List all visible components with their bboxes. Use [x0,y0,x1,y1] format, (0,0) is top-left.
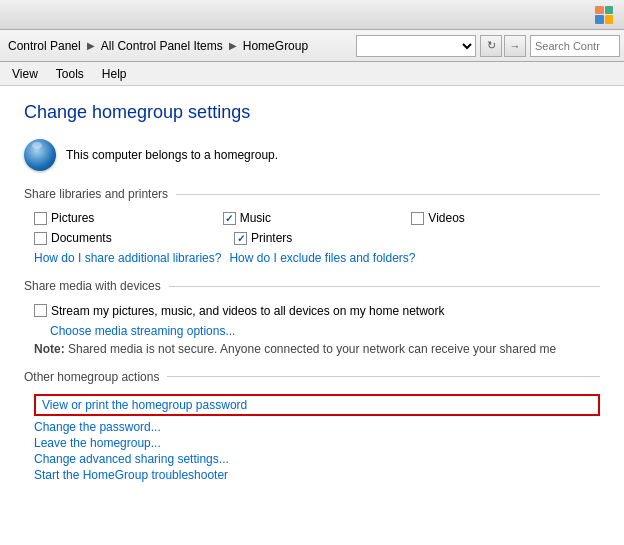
section-share-libraries: Share libraries and printers [24,187,600,201]
checkboxes-row-1: Pictures Music Videos [24,211,600,225]
stream-text: Stream my pictures, music, and videos to… [51,303,445,320]
checkbox-documents: Documents [34,231,234,245]
title-bar [0,0,624,30]
pictures-label: Pictures [51,211,94,225]
go-button[interactable]: → [504,35,526,57]
checkbox-music: Music [223,211,412,225]
videos-label: Videos [428,211,464,225]
printers-label: Printers [251,231,292,245]
stream-checkbox-row: Stream my pictures, music, and videos to… [24,303,600,320]
breadcrumb-arrow-2: ▶ [227,40,239,51]
page-title: Change homegroup settings [24,102,600,123]
main-content: Change homegroup settings This computer … [0,86,624,545]
documents-label: Documents [51,231,112,245]
media-streaming-link[interactable]: Choose media streaming options... [50,324,235,338]
actions-list: View or print the homegroup password Cha… [24,394,600,482]
menu-help[interactable]: Help [94,65,135,83]
checkbox-pictures: Pictures [34,211,223,225]
search-input[interactable] [530,35,620,57]
refresh-button[interactable]: ↻ [480,35,502,57]
note-text: Note: Shared media is not secure. Anyone… [24,342,600,356]
music-checkbox[interactable] [223,212,236,225]
section-share-media-label: Share media with devices [24,279,169,293]
action-view-password[interactable]: View or print the homegroup password [42,398,247,412]
section-other-actions-label: Other homegroup actions [24,370,167,384]
menu-view[interactable]: View [4,65,46,83]
action-view-password-container: View or print the homegroup password [34,394,600,416]
section-share-libraries-label: Share libraries and printers [24,187,176,201]
documents-checkbox[interactable] [34,232,47,245]
note-content: Shared media is not secure. Anyone conne… [68,342,556,356]
music-label: Music [240,211,271,225]
action-advanced-sharing[interactable]: Change advanced sharing settings... [34,452,600,466]
link-exclude-files[interactable]: How do I exclude files and folders? [229,251,415,265]
links-row: How do I share additional libraries? How… [24,251,600,265]
menu-tools[interactable]: Tools [48,65,92,83]
printers-checkbox[interactable] [234,232,247,245]
breadcrumb-all-items[interactable]: All Control Panel Items [97,37,227,55]
menu-bar: View Tools Help [0,62,624,86]
link-share-libraries[interactable]: How do I share additional libraries? [34,251,221,265]
section-actions-divider-line [167,376,600,377]
homegroup-info: This computer belongs to a homegroup. [24,139,600,171]
section-divider-line [176,194,600,195]
homegroup-info-text: This computer belongs to a homegroup. [66,148,278,162]
checkbox-printers: Printers [234,231,434,245]
checkbox-videos: Videos [411,211,600,225]
action-leave-homegroup[interactable]: Leave the homegroup... [34,436,600,450]
videos-checkbox[interactable] [411,212,424,225]
breadcrumb-arrow-1: ▶ [85,40,97,51]
pictures-checkbox[interactable] [34,212,47,225]
action-change-password[interactable]: Change the password... [34,420,600,434]
address-bar: Control Panel ▶ All Control Panel Items … [0,30,624,62]
stream-checkbox[interactable] [34,304,47,317]
section-media-divider-line [169,286,600,287]
nav-buttons: ↻ → [480,35,526,57]
action-troubleshooter[interactable]: Start the HomeGroup troubleshooter [34,468,600,482]
breadcrumb-homegroup[interactable]: HomeGroup [239,37,312,55]
note-label: Note: [34,342,65,356]
address-dropdown[interactable] [356,35,476,57]
windows-logo-icon [595,6,613,24]
section-other-actions: Other homegroup actions [24,370,600,384]
homegroup-globe-icon [24,139,56,171]
breadcrumb-control-panel[interactable]: Control Panel [4,37,85,55]
media-link-container: Choose media streaming options... [24,324,600,338]
section-share-media: Share media with devices [24,279,600,293]
checkboxes-row-2: Documents Printers [24,231,600,245]
